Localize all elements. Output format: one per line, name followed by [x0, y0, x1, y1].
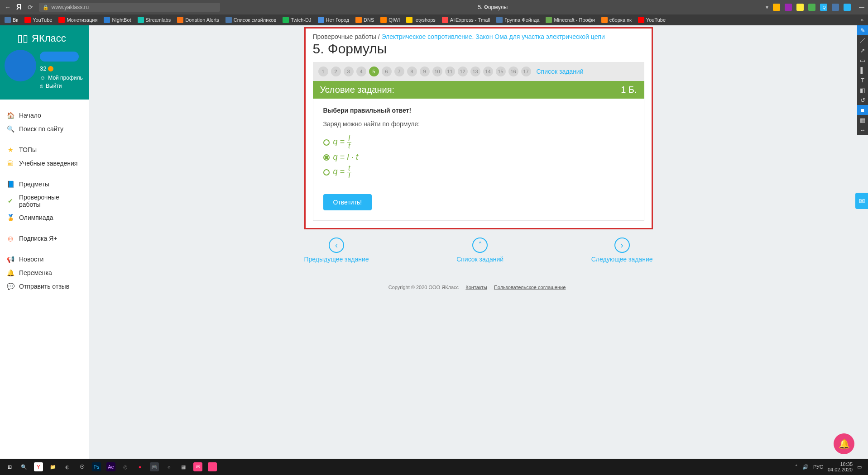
footer-contacts[interactable]: Контакты: [465, 285, 487, 290]
bookmark-item[interactable]: Список смайликов: [225, 17, 276, 23]
taskbar-app[interactable]: ▦: [177, 460, 190, 474]
bookmark-item[interactable]: Twich-DJ: [283, 17, 311, 23]
sidebar-item[interactable]: 📘Предметы: [0, 177, 89, 191]
task-pill-16[interactable]: 16: [508, 66, 518, 76]
ext-icon[interactable]: [796, 4, 804, 11]
bookmark-item[interactable]: letyshops: [406, 17, 435, 23]
sidebar-item[interactable]: ★ТОПы: [0, 143, 89, 157]
ext-icon[interactable]: [832, 4, 839, 11]
next-task-button[interactable]: › Следующее задание: [591, 238, 653, 263]
pencil-icon[interactable]: ✎: [857, 25, 868, 35]
text-icon[interactable]: T: [857, 75, 868, 85]
arrow-icon[interactable]: ➚: [857, 45, 868, 55]
clock[interactable]: 18:35 04.02.2020: [828, 461, 853, 472]
breadcrumb-root[interactable]: Проверочные работы: [313, 33, 376, 40]
sound-icon[interactable]: 🔊: [802, 464, 809, 470]
sidebar-item[interactable]: 🔔Переменка: [0, 266, 89, 280]
notifications-bubble[interactable]: 🔔: [834, 433, 854, 454]
reload-button[interactable]: ⟳: [26, 3, 34, 11]
sidebar-item[interactable]: 🏅Олимпиада: [0, 211, 89, 224]
undo-icon[interactable]: ↺: [857, 95, 868, 105]
taskbar-app[interactable]: ✉: [191, 460, 205, 474]
bookmark-item[interactable]: Minecraft - Профи: [546, 17, 595, 23]
bookmark-item[interactable]: Монетизация: [58, 17, 97, 23]
task-pill-14[interactable]: 14: [483, 66, 493, 76]
task-list-button[interactable]: ˄ Список заданий: [456, 238, 504, 263]
feedback-tab[interactable]: ✉: [855, 193, 868, 209]
bookmark-item[interactable]: сборка пк: [601, 17, 632, 23]
address-bar[interactable]: 🔒 www.yaklass.ru: [39, 3, 220, 12]
task-pill-9[interactable]: 9: [420, 66, 430, 76]
line-icon[interactable]: ／: [857, 35, 868, 45]
more-icon[interactable]: ↔: [857, 125, 868, 135]
bookmark-item[interactable]: YouTube: [24, 17, 52, 23]
sidebar-item[interactable]: 🏠Начало: [0, 109, 89, 122]
logout-link[interactable]: ⎋Выйти: [40, 82, 83, 90]
prev-task-button[interactable]: ‹ Предыдущее задание: [304, 238, 369, 263]
task-pill-4[interactable]: 4: [356, 66, 366, 76]
footer-terms[interactable]: Пользовательское соглашение: [494, 285, 566, 290]
taskbar-app[interactable]: Ae: [104, 460, 118, 474]
breadcrumb-topic[interactable]: Электрическое сопротивление. Закон Ома д…: [381, 33, 604, 40]
ext-icon[interactable]: [785, 4, 792, 11]
sidebar-item[interactable]: 💬Отправить отзыв: [0, 280, 89, 293]
taskbar-app[interactable]: 📁: [46, 460, 60, 474]
site-logo[interactable]: ▯▯ ЯКласс: [0, 25, 89, 47]
taskbar-app[interactable]: 🎮: [148, 460, 161, 474]
bookmark-item[interactable]: Streamlabs: [138, 17, 171, 23]
color-icon[interactable]: ◧: [857, 85, 868, 95]
taskbar-app[interactable]: ⊞: [3, 460, 16, 474]
bookmark-item[interactable]: QIWI: [380, 17, 400, 23]
bookmark-item[interactable]: DNS: [355, 17, 374, 23]
task-list-link[interactable]: Список заданий: [537, 68, 584, 75]
bookmark-item[interactable]: AliExpress - Tmall: [442, 17, 490, 23]
sidebar-item[interactable]: ✔Проверочные работы: [0, 191, 89, 211]
bookmark-item[interactable]: YouTube: [638, 17, 666, 23]
taskbar-app[interactable]: ⦿: [75, 460, 89, 474]
task-pill-11[interactable]: 11: [445, 66, 455, 76]
task-pill-17[interactable]: 17: [521, 66, 531, 76]
answer-option-0[interactable]: q = It: [323, 135, 634, 150]
taskbar-app[interactable]: Y: [32, 460, 45, 474]
taskbar-app[interactable]: ◐: [61, 460, 74, 474]
marker-icon[interactable]: ▌: [857, 65, 868, 75]
ext-icon[interactable]: [844, 4, 851, 11]
taskbar-app[interactable]: Ps: [90, 460, 103, 474]
ext-icon[interactable]: [773, 4, 780, 11]
task-pill-12[interactable]: 12: [458, 66, 468, 76]
answer-option-2[interactable]: q = tI: [323, 165, 634, 180]
lang-indicator[interactable]: РУС: [813, 464, 823, 470]
taskbar-app[interactable]: ◎: [119, 460, 132, 474]
sidebar-item[interactable]: 📢Новости: [0, 252, 89, 266]
task-pill-7[interactable]: 7: [394, 66, 404, 76]
task-pill-1[interactable]: 1: [318, 66, 328, 76]
color-blue-icon[interactable]: ■: [857, 105, 868, 115]
window-close-icon[interactable]: ―: [859, 4, 864, 10]
task-pill-15[interactable]: 15: [496, 66, 506, 76]
grid-icon[interactable]: ▦: [857, 115, 868, 125]
task-pill-8[interactable]: 8: [407, 66, 417, 76]
sidebar-item[interactable]: ◎Подписка Я+: [0, 232, 89, 245]
sidebar-item[interactable]: 🏛Учебные заведения: [0, 157, 89, 170]
task-pill-5[interactable]: 5: [369, 66, 379, 76]
task-pill-6[interactable]: 6: [382, 66, 392, 76]
profile-link[interactable]: ☺Мой профиль: [40, 74, 83, 82]
bookmarks-overflow[interactable]: »: [861, 17, 863, 23]
tray-chevron-icon[interactable]: ˄: [795, 464, 798, 470]
bookmark-icon[interactable]: ▾: [766, 4, 768, 10]
ext-icon[interactable]: IQ: [820, 4, 827, 11]
answer-option-1[interactable]: q = I · t: [323, 152, 634, 162]
task-pill-10[interactable]: 10: [432, 66, 442, 76]
action-center-icon[interactable]: ▭: [857, 464, 862, 470]
bookmark-item[interactable]: Группа Фейнда: [496, 17, 539, 23]
task-pill-13[interactable]: 13: [470, 66, 480, 76]
yandex-logo[interactable]: Я: [16, 3, 22, 11]
back-button[interactable]: ←: [4, 3, 12, 11]
taskbar-app[interactable]: 🔍: [17, 460, 31, 474]
bookmark-item[interactable]: Нет Город: [318, 17, 350, 23]
submit-button[interactable]: Ответить!: [323, 194, 372, 210]
task-pill-3[interactable]: 3: [344, 66, 354, 76]
sidebar-item[interactable]: 🔍Поиск по сайту: [0, 122, 89, 136]
avatar[interactable]: [5, 50, 36, 81]
task-pill-2[interactable]: 2: [331, 66, 341, 76]
